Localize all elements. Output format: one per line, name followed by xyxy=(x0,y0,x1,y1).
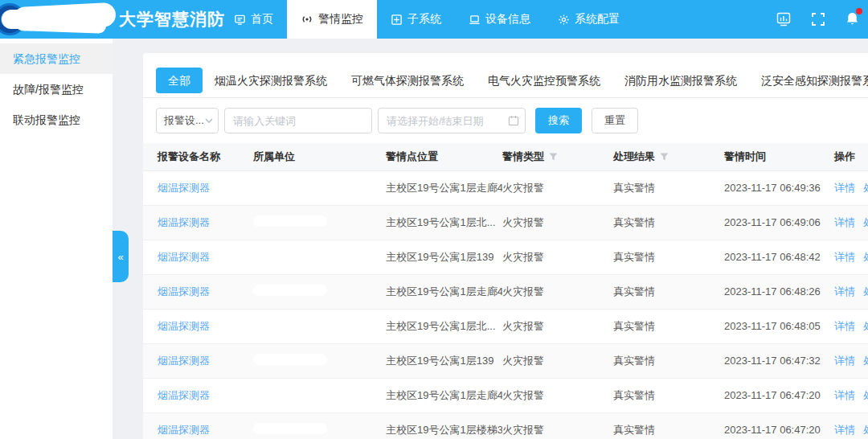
chevron-down-icon xyxy=(205,117,213,124)
device-link[interactable]: 烟温探测器 xyxy=(158,389,210,401)
detail-link[interactable]: 详情 xyxy=(834,320,855,332)
cell-location: 主校区19号公寓1层北... xyxy=(386,205,502,240)
detail-link[interactable]: 详情 xyxy=(834,355,855,367)
reset-button[interactable]: 重置 xyxy=(592,108,638,133)
nav-item-label: 首页 xyxy=(251,12,273,27)
cell-result: 真实警情 xyxy=(613,309,724,343)
nav-item-label: 警情监控 xyxy=(318,12,363,27)
cell-location: 主校区19号公寓1层139 xyxy=(386,343,502,378)
handle-link[interactable]: 处理 xyxy=(863,355,868,367)
cell-time: 2023-11-17 06:47:20 xyxy=(724,378,834,412)
cell-location: 主校区19号公寓1层走廊4 xyxy=(386,274,502,309)
device-link[interactable]: 烟温探测器 xyxy=(158,355,210,367)
alarm-list-card: 全部 烟温火灾探测报警系统 可燃气体探测报警系统 电气火灾监控预警系统 消防用水… xyxy=(143,53,868,439)
system-tabs: 全部 烟温火灾探测报警系统 可燃气体探测报警系统 电气火灾监控预警系统 消防用水… xyxy=(156,68,868,93)
handle-link[interactable]: 处理 xyxy=(863,424,868,436)
dashboard-chart-icon[interactable] xyxy=(776,11,792,27)
handle-link[interactable]: 处理 xyxy=(863,320,868,332)
nav-item-alarm-monitor[interactable]: 警情监控 xyxy=(287,0,377,39)
redaction-scribble xyxy=(253,250,327,261)
fullscreen-icon[interactable] xyxy=(811,12,825,27)
table-body: 烟温探测器 主校区19号公寓1层走廊4 火灾报警 真实警情 2023-11-17… xyxy=(143,170,868,439)
tab-smoke-temp-fire[interactable]: 烟温火灾探测报警系统 xyxy=(203,68,339,93)
col-label: 处理结果 xyxy=(613,150,655,162)
device-link[interactable]: 烟温探测器 xyxy=(158,251,210,263)
table-row: 烟温探测器 主校区19号公寓1层走廊4 火灾报警 真实警情 2023-11-17… xyxy=(143,170,868,205)
detail-link[interactable]: 详情 xyxy=(834,216,855,228)
nav-item-device-info[interactable]: 设备信息 xyxy=(455,0,544,39)
handle-link[interactable]: 处理 xyxy=(863,216,868,228)
tab-pan-safety[interactable]: 泛安全感知探测报警系统 xyxy=(749,68,868,93)
col-actions: 操作 xyxy=(834,143,868,170)
col-time: 警情时间 xyxy=(724,143,834,170)
cell-location: 主校区19号公寓1层走廊4 xyxy=(386,170,502,205)
detail-link[interactable]: 详情 xyxy=(834,285,855,297)
bell-icon[interactable] xyxy=(845,11,860,27)
cell-type: 火灾报警 xyxy=(502,240,613,274)
handle-link[interactable]: 处理 xyxy=(863,285,868,297)
table-row: 烟温探测器 主校区19号公寓1层走廊4 火灾报警 真实警情 2023-11-17… xyxy=(143,274,868,309)
cell-result: 真实警情 xyxy=(613,412,724,439)
handle-link[interactable]: 处理 xyxy=(863,182,868,194)
nav-item-system-config[interactable]: 系统配置 xyxy=(544,0,633,39)
detail-link[interactable]: 详情 xyxy=(834,251,855,263)
table-row: 烟温探测器 主校区19号公寓1层走廊4 火灾报警 真实警情 2023-11-17… xyxy=(143,378,868,412)
table-row: 烟温探测器 主校区19号公寓1层北... 火灾报警 真实警情 2023-11-1… xyxy=(143,309,868,343)
detail-link[interactable]: 详情 xyxy=(834,424,855,436)
detail-link[interactable]: 详情 xyxy=(834,389,855,401)
date-range-input[interactable] xyxy=(378,108,526,133)
tab-combustible-gas[interactable]: 可燃气体探测报警系统 xyxy=(339,68,476,93)
redaction-scribble xyxy=(253,215,327,227)
home-screen-icon xyxy=(234,14,246,26)
tab-fire-water[interactable]: 消防用水监测报警系统 xyxy=(612,68,749,93)
search-button[interactable]: 搜索 xyxy=(535,108,582,133)
device-link[interactable]: 烟温探测器 xyxy=(158,216,210,228)
tab-all[interactable]: 全部 xyxy=(156,68,203,93)
device-link[interactable]: 烟温探测器 xyxy=(158,182,210,194)
detail-link[interactable]: 详情 xyxy=(834,182,855,194)
notification-badge xyxy=(856,8,862,14)
alarm-type-select[interactable]: 报警设... xyxy=(156,108,219,133)
redaction-scribble xyxy=(253,181,327,192)
calendar-icon xyxy=(508,115,519,126)
redaction-scribble xyxy=(253,388,327,400)
redaction-scribble xyxy=(253,354,327,365)
device-link[interactable]: 烟温探测器 xyxy=(158,285,210,297)
filter-funnel-icon[interactable] xyxy=(549,153,558,161)
handle-link[interactable]: 处理 xyxy=(863,251,868,263)
nav-item-home[interactable]: 首页 xyxy=(220,0,287,39)
table-row: 烟温探测器 主校区19号公寓1层楼梯3 火灾报警 真实警情 2023-11-17… xyxy=(143,412,868,439)
table-header-row: 报警设备名称 所属单位 警情点位置 警情类型 处理结果 警情时间 操作 xyxy=(143,143,868,170)
col-result: 处理结果 xyxy=(613,143,724,170)
cell-time: 2023-11-17 06:48:05 xyxy=(724,309,834,343)
device-link[interactable]: 烟温探测器 xyxy=(158,424,210,436)
app-window: 大学智慧消防 首页 警情监控 xyxy=(0,0,868,439)
cell-time: 2023-11-17 06:49:06 xyxy=(724,205,834,240)
cell-location: 主校区19号公寓1层走廊4 xyxy=(386,378,502,412)
handle-link[interactable]: 处理 xyxy=(863,389,868,401)
subsystem-grid-icon xyxy=(391,14,403,26)
col-org: 所属单位 xyxy=(253,143,386,170)
nav-item-subsystem[interactable]: 子系统 xyxy=(377,0,455,39)
cell-result: 真实警情 xyxy=(613,274,724,309)
cell-type: 火灾报警 xyxy=(502,170,613,205)
cell-time: 2023-11-17 06:47:20 xyxy=(724,412,834,439)
select-value: 报警设... xyxy=(164,114,204,126)
filter-funnel-icon[interactable] xyxy=(660,153,669,161)
keyword-input[interactable] xyxy=(224,108,372,133)
tab-electrical-fire[interactable]: 电气火灾监控预警系统 xyxy=(476,68,612,93)
cell-result: 真实警情 xyxy=(613,170,724,205)
date-range-picker[interactable] xyxy=(378,108,526,133)
nav-item-label: 子系统 xyxy=(407,12,441,27)
col-alarm-type: 警情类型 xyxy=(502,143,613,170)
device-link[interactable]: 烟温探测器 xyxy=(158,320,210,332)
col-label: 警情类型 xyxy=(502,150,544,162)
sidebar-collapse-handle[interactable]: « xyxy=(113,231,129,282)
cell-location: 主校区19号公寓1层139 xyxy=(386,240,502,274)
table-row: 烟温探测器 主校区19号公寓1层139 火灾报警 真实警情 2023-11-17… xyxy=(143,240,868,274)
navbar-actions xyxy=(776,0,860,39)
sidebar-item-fault-alarm[interactable]: 故障/报警监控 xyxy=(0,74,113,105)
sidebar-item-emergency-alarm[interactable]: 紧急报警监控 xyxy=(0,43,113,74)
sidebar-item-linkage-alarm[interactable]: 联动报警监控 xyxy=(0,105,113,135)
redaction-scribble xyxy=(23,16,107,34)
